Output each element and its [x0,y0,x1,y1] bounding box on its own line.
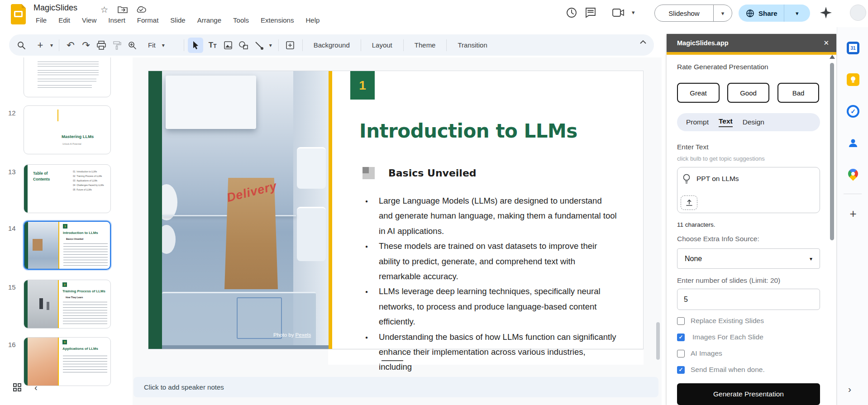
speaker-notes[interactable]: Click to add speaker notes [134,377,658,397]
checkbox-checked[interactable]: ✓ [677,334,685,341]
slide-subtitle[interactable]: Basics Unveiled [388,167,477,179]
doc-title[interactable]: MagicSlides [33,3,77,13]
checkbox-unchecked[interactable] [677,350,685,357]
char-count: 11 characters. [677,221,715,228]
move-folder-icon[interactable] [118,5,128,14]
checkbox-unchecked[interactable] [677,317,685,325]
search-menus-icon[interactable] [14,38,29,53]
background-button[interactable]: Background [307,41,356,49]
line-caret-icon[interactable]: ▾ [267,42,275,48]
thumb-text-lines [38,70,99,76]
checkbox-row-ai-images[interactable]: AI Images [677,349,722,358]
tab-prompt[interactable]: Prompt [686,118,709,126]
slide-title[interactable]: Introduction to LLMs [359,120,640,142]
insert-shape-icon[interactable] [236,38,251,53]
insert-image-icon[interactable] [220,38,236,53]
layout-button[interactable]: Layout [366,41,399,49]
tasks-icon[interactable]: ✓ [847,105,859,118]
rate-bad-button[interactable]: Bad [777,83,819,103]
account-avatar[interactable] [850,5,866,21]
checkbox-row-images[interactable]: ✓ Images For Each Slide [677,333,763,342]
paint-format-icon[interactable] [109,38,124,53]
star-icon[interactable]: ☆ [100,5,108,15]
generate-presentation-button[interactable]: Generate Presentation [677,383,820,405]
canvas-scrollbar-thumb[interactable] [656,322,660,360]
checkbox-label: AI Images [691,349,722,357]
new-slide-caret-icon[interactable]: ▾ [48,42,55,48]
thumb-text-lines [63,243,108,267]
transition-button[interactable]: Transition [451,41,493,49]
insert-placeholder-icon[interactable] [282,38,298,53]
redo-icon[interactable]: ↷ [78,38,94,53]
textbox-tool-icon[interactable]: TT [205,38,220,53]
slide-thumbnail-16[interactable]: 3 Applications of LLMs [24,337,111,386]
checkbox-row-replace[interactable]: Replace Existing Slides [677,316,764,325]
menu-edit[interactable]: Edit [52,16,76,24]
slideshow-dropdown-caret-icon[interactable]: ▾ [714,5,732,21]
slide-number-badge[interactable]: 1 [350,71,375,100]
expand-side-panel-chevron-icon[interactable]: › [848,384,851,395]
slide-thumbnail-15[interactable]: 2 Training Process of LLMs How They Lear… [24,280,111,329]
panel-close-icon[interactable]: ✕ [823,39,829,47]
share-button[interactable]: Share [758,10,777,17]
menu-format[interactable]: Format [131,16,165,24]
comments-icon[interactable] [585,7,596,19]
upload-file-button[interactable] [681,195,697,210]
maps-icon[interactable] [847,168,859,181]
insert-line-icon[interactable] [251,38,267,53]
theme-button[interactable]: Theme [408,41,442,49]
version-history-icon[interactable] [566,7,577,19]
new-slide-icon[interactable]: + [33,38,48,53]
hide-filmstrip-chevron-icon[interactable]: ‹ [34,382,38,393]
keep-icon[interactable] [847,73,859,86]
menu-help[interactable]: Help [300,16,325,24]
menu-extensions[interactable]: Extensions [255,16,300,24]
menu-insert[interactable]: Insert [102,16,131,24]
share-dropdown-caret-icon[interactable]: ▾ [784,10,810,17]
grid-view-icon[interactable] [13,383,22,392]
calendar-icon[interactable]: 31 [847,42,859,54]
slides-count-input[interactable] [677,289,820,310]
slideshow-button[interactable]: Slideshow [655,5,714,21]
menu-slide[interactable]: Slide [164,16,191,24]
tab-text-active[interactable]: Text [719,117,733,127]
select-tool-icon[interactable] [188,38,203,53]
slide-canvas[interactable]: Delivery Photo by Pexels 1 Introduction … [133,57,662,405]
slide-bullet-list[interactable]: ● Large Language Models (LLMs) are desig… [365,193,621,375]
meet-dropdown-caret-icon[interactable]: ▾ [632,9,635,16]
zoom-caret-icon[interactable]: ▾ [162,42,180,48]
panel-scrollbar-thumb[interactable] [830,63,834,240]
menu-arrange[interactable]: Arrange [191,16,227,24]
panel-scroll-up-icon[interactable] [830,55,835,59]
zoom-select[interactable]: Fit [142,41,162,49]
fridge-photo[interactable]: Delivery Photo by Pexels [162,71,329,349]
menu-tools[interactable]: Tools [227,16,255,24]
get-addons-plus-icon[interactable]: + [847,207,859,220]
tab-design[interactable]: Design [743,118,764,126]
topic-value[interactable]: PPT on LLMs [696,175,739,183]
checkbox-row-email[interactable]: ✓ Send Email when done. [677,365,765,374]
cloud-status-icon[interactable] [136,5,147,13]
rate-great-button[interactable]: Great [677,83,720,103]
slide-thumbnail-13[interactable]: Table of Contents 01 Introduction to LLM… [24,164,111,213]
checkbox-checked[interactable]: ✓ [677,366,685,374]
print-icon[interactable] [94,38,109,53]
slide-thumbnail-12[interactable]: Mastering LLMs Unlock AI Potential [24,105,111,154]
zoom-in-icon[interactable] [124,38,140,53]
gemini-sparkle-icon[interactable] [819,6,833,19]
menu-view[interactable]: View [76,16,102,24]
slide-thumbnail-11[interactable] [24,57,111,97]
meet-camera-icon[interactable] [612,8,625,18]
contacts-icon[interactable] [847,137,859,149]
menu-file[interactable]: File [30,16,52,24]
slides-logo[interactable] [11,4,26,24]
photo-credit-link[interactable]: Pexels [296,332,311,338]
topic-textarea[interactable]: PPT on LLMs [677,167,820,213]
current-slide[interactable]: Delivery Photo by Pexels 1 Introduction … [148,71,644,349]
extra-info-select[interactable]: None ▾ [677,248,820,269]
collapse-toolbar-chevron-icon[interactable] [639,40,647,44]
rate-good-button[interactable]: Good [727,83,769,103]
slide-thumbnail-14-selected[interactable]: 1 Introduction to LLMs Basics Unveiled [24,221,111,270]
undo-icon[interactable]: ↶ [63,38,78,53]
lightbulb-icon[interactable] [682,173,692,184]
